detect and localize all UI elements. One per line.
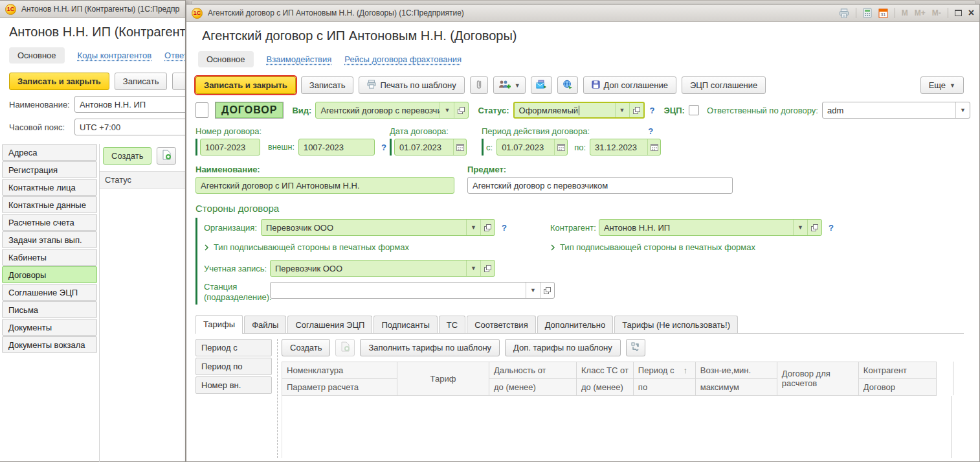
col-distance-to[interactable]: до (менее) bbox=[489, 378, 577, 395]
row-header-internal-number[interactable]: Номер вн. bbox=[195, 376, 272, 394]
col-vehicle-class-from[interactable]: Класс ТС от bbox=[577, 362, 634, 378]
dropdown-arrow-icon[interactable]: ▼ bbox=[466, 260, 480, 276]
calendar-picker-icon[interactable] bbox=[453, 139, 466, 155]
menu-item-contact-persons[interactable]: Контактные лица bbox=[2, 179, 97, 196]
period-help-link[interactable]: ? bbox=[648, 126, 653, 136]
memory-m-minus-button[interactable]: M- bbox=[932, 8, 941, 17]
menu-item-station-documents[interactable]: Документы вокзала bbox=[2, 336, 97, 353]
col-nomenclature[interactable]: Номенклатура bbox=[282, 362, 397, 378]
account-combobox[interactable]: Перевозчик ООО ▼ bbox=[270, 260, 495, 277]
counterparty-signer-type-expander[interactable]: Тип подписывающей стороны в печатных фор… bbox=[550, 242, 755, 252]
tab-vehicles[interactable]: ТС bbox=[439, 316, 465, 334]
tab-main[interactable]: Основное bbox=[9, 47, 65, 64]
memory-m-button[interactable]: M bbox=[902, 8, 908, 17]
status-combobox[interactable]: Оформляемый ▼ bbox=[513, 102, 645, 119]
col-contract[interactable]: Договор bbox=[858, 378, 936, 395]
menu-item-contracts[interactable]: Договоры bbox=[2, 266, 97, 283]
save-button[interactable]: Записать bbox=[115, 73, 168, 90]
save-button[interactable]: Записать bbox=[301, 76, 354, 94]
subject-input[interactable] bbox=[467, 177, 733, 194]
tab-main[interactable]: Основное bbox=[198, 51, 254, 67]
station-combobox[interactable]: ▼ bbox=[270, 282, 555, 299]
clipped-button[interactable] bbox=[172, 73, 185, 90]
col-tariff[interactable]: Тариф bbox=[397, 362, 489, 395]
panel-splitter[interactable] bbox=[277, 339, 278, 458]
contract-checkbox[interactable] bbox=[195, 102, 208, 118]
create-by-copy-button[interactable] bbox=[157, 147, 176, 165]
kind-combobox[interactable]: Агентский договор с перевозчи ▼ bbox=[315, 102, 469, 119]
open-icon[interactable] bbox=[807, 220, 821, 235]
tab-correspondences[interactable]: Соответствия bbox=[467, 316, 536, 334]
tab-charter-trips[interactable]: Рейсы договора фрахтования bbox=[344, 54, 462, 64]
dropdown-arrow-icon[interactable]: ▼ bbox=[793, 220, 807, 235]
org-signer-type-expander[interactable]: Тип подписывающей стороны в печатных фор… bbox=[204, 242, 550, 252]
counterparty-combobox[interactable]: Антонов Н.Н. ИП ▼ bbox=[599, 219, 822, 236]
send-message-button[interactable] bbox=[531, 76, 552, 94]
timezone-input[interactable] bbox=[74, 119, 185, 135]
menu-item-bank-accounts[interactable]: Расчетные счета bbox=[2, 214, 97, 231]
eds-checkbox[interactable] bbox=[689, 105, 699, 115]
calendar-icon[interactable]: 31 bbox=[878, 8, 888, 18]
open-icon[interactable] bbox=[629, 103, 643, 117]
name-input[interactable] bbox=[74, 96, 185, 113]
menu-item-eds-agreement[interactable]: Соглашение ЭЦП bbox=[2, 284, 97, 301]
contract-number-input[interactable] bbox=[200, 139, 260, 156]
tab-files[interactable]: Файлы bbox=[244, 316, 286, 334]
counterparty-titlebar[interactable]: 1С Антонов Н.Н. ИП (Контрагенты) (1С:Пре… bbox=[0, 1, 185, 18]
col-counterparty[interactable]: Контрагент bbox=[858, 362, 936, 378]
open-icon[interactable] bbox=[454, 102, 468, 118]
extra-agreement-button[interactable]: Доп соглашение bbox=[583, 76, 676, 94]
col-distance-from[interactable]: Дальность от bbox=[489, 362, 577, 378]
tab-responsible[interactable]: Ответст bbox=[164, 51, 185, 60]
save-and-close-button[interactable]: Записать и закрыть bbox=[9, 73, 109, 90]
organization-combobox[interactable]: Перевозчик ООО ▼ bbox=[261, 219, 495, 236]
status-help-link[interactable]: ? bbox=[650, 106, 655, 115]
add-contact-person-button[interactable]: ▼ bbox=[493, 76, 526, 94]
tab-eds-agreements[interactable]: Соглашения ЭЦП bbox=[287, 316, 372, 334]
contract-date-input[interactable]: 01.07.2023 bbox=[394, 139, 467, 156]
menu-item-tasks-stages[interactable]: Задачи этапы вып. bbox=[2, 231, 97, 248]
eds-agreement-button[interactable]: ЭЦП соглашение bbox=[682, 76, 766, 94]
organization-help-link[interactable]: ? bbox=[502, 223, 507, 233]
menu-item-letters[interactable]: Письма bbox=[2, 301, 97, 318]
menu-item-contact-data[interactable]: Контактные данные bbox=[2, 196, 97, 213]
calendar-picker-icon[interactable] bbox=[554, 139, 567, 155]
reorder-button[interactable] bbox=[626, 339, 645, 356]
period-from-input[interactable]: 01.07.2023 bbox=[496, 139, 568, 156]
memory-m-plus-button[interactable]: M+ bbox=[915, 8, 926, 17]
maximize-button[interactable] bbox=[955, 10, 962, 16]
more-button[interactable]: Еще ▼ bbox=[920, 76, 964, 94]
period-to-input[interactable]: 31.12.2023 bbox=[590, 139, 661, 156]
extra-tariffs-by-template-button[interactable]: Доп. тарифы по шаблону bbox=[505, 339, 621, 356]
menu-item-registration[interactable]: Регистрация bbox=[2, 161, 97, 178]
tab-tariffs-deprecated[interactable]: Тарифы (Не использовать!) bbox=[614, 316, 738, 334]
tab-signers[interactable]: Подписанты bbox=[373, 316, 437, 334]
menu-item-documents[interactable]: Документы bbox=[2, 319, 97, 336]
tariffs-table-empty-area[interactable] bbox=[282, 396, 952, 458]
col-period-from[interactable]: Период с↑ bbox=[633, 362, 695, 378]
contract-list-status-header[interactable]: Статус bbox=[100, 171, 185, 189]
close-button[interactable]: × bbox=[968, 8, 974, 18]
open-icon[interactable] bbox=[480, 260, 495, 276]
menu-item-addresses[interactable]: Адреса bbox=[2, 144, 97, 161]
tab-counterparty-codes[interactable]: Коды контрагентов bbox=[78, 51, 152, 60]
tab-tariffs[interactable]: Тарифы bbox=[195, 315, 243, 334]
tab-additional[interactable]: Дополнительно bbox=[537, 316, 614, 334]
create-contract-button[interactable]: Создать bbox=[103, 147, 151, 165]
col-period-to[interactable]: по bbox=[633, 378, 695, 395]
external-number-input[interactable] bbox=[298, 139, 375, 156]
dropdown-arrow-icon[interactable]: ▼ bbox=[615, 103, 629, 117]
menu-item-cabinets[interactable]: Кабинеты bbox=[2, 249, 97, 266]
contract-list-empty[interactable] bbox=[100, 189, 185, 422]
col-vehicle-class-to[interactable]: до (менее) bbox=[577, 378, 634, 395]
copy-tariff-button[interactable] bbox=[335, 339, 355, 356]
dropdown-arrow-icon[interactable]: ▼ bbox=[466, 220, 480, 235]
row-header-period-from[interactable]: Период с bbox=[195, 339, 272, 356]
dropdown-arrow-icon[interactable]: ▼ bbox=[526, 283, 540, 298]
number-help-link[interactable]: ? bbox=[381, 143, 386, 152]
calendar-picker-icon[interactable] bbox=[647, 139, 660, 155]
fill-tariffs-by-template-button[interactable]: Заполнить тарифы по шаблону bbox=[360, 339, 500, 356]
row-header-period-to[interactable]: Период по bbox=[195, 358, 272, 375]
open-icon[interactable] bbox=[480, 220, 495, 235]
tab-interactions[interactable]: Взаимодействия bbox=[267, 54, 332, 64]
